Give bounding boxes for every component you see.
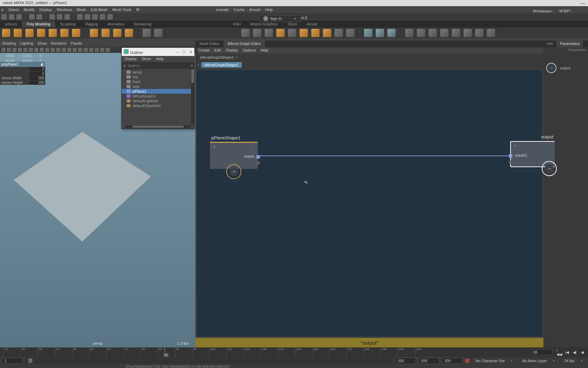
shelf-tab-active[interactable]: Poly Modeling xyxy=(22,21,55,27)
shelf-icon[interactable] xyxy=(364,29,372,37)
graph-menu-item[interactable]: Options xyxy=(243,48,256,53)
view-menu-item[interactable]: Renderer xyxy=(51,41,67,46)
open-scene-icon[interactable] xyxy=(9,14,14,20)
animlayer-dropdown[interactable]: No Anim Layer xyxy=(519,358,558,364)
vt-icon[interactable] xyxy=(40,48,44,52)
range-start-input[interactable] xyxy=(2,358,23,364)
menu-item[interactable]: M xyxy=(136,8,139,12)
shelf-icon[interactable] xyxy=(311,29,320,37)
snap-plane-icon[interactable] xyxy=(100,14,105,20)
current-frame-input[interactable] xyxy=(532,349,552,355)
outliner-item-persp[interactable]: persp xyxy=(122,70,194,74)
outliner-titlebar[interactable]: Outliner — ☐ ✕ xyxy=(122,48,194,56)
view-menu-item[interactable]: Panels xyxy=(71,41,82,46)
lasso-icon[interactable] xyxy=(57,14,62,20)
shelf-tab[interactable]: Arnold xyxy=(302,21,322,27)
outliner-menu-item[interactable]: Show xyxy=(142,57,151,61)
shelf-icon[interactable] xyxy=(452,29,460,37)
outliner-scrollbar-v[interactable] xyxy=(191,69,194,125)
snap-point-icon[interactable] xyxy=(92,14,98,20)
vt-icon[interactable] xyxy=(12,48,16,52)
node-output[interactable]: output ▼ mesh1 + → xyxy=(510,141,555,167)
shelf-icon[interactable] xyxy=(335,29,343,37)
channel-field[interactable] xyxy=(29,67,44,71)
menu-item[interactable]: Windows xyxy=(57,8,72,12)
svg-icon[interactable] xyxy=(125,29,133,37)
shelf-icon[interactable] xyxy=(346,29,355,37)
vt-icon[interactable] xyxy=(7,48,11,52)
playback-end-input[interactable] xyxy=(442,358,463,364)
go-start-icon[interactable]: |◀◀ xyxy=(556,349,563,355)
platonic-icon[interactable] xyxy=(90,29,98,37)
outliner-search-input[interactable] xyxy=(128,64,191,68)
info-tab[interactable]: Info xyxy=(543,41,556,47)
vt-icon[interactable] xyxy=(106,48,110,52)
menu-item[interactable]: Arnold xyxy=(249,8,260,12)
construction-plane-icon[interactable] xyxy=(143,29,151,37)
step-back-icon[interactable]: |◀ xyxy=(564,349,570,355)
outliner-item-front[interactable]: front xyxy=(122,79,194,84)
channel-toggle-icon[interactable]: ◐ xyxy=(41,62,44,66)
vt-icon[interactable] xyxy=(18,48,22,52)
anim-end-input[interactable] xyxy=(419,358,439,364)
vt-icon[interactable] xyxy=(84,48,88,52)
vt-icon[interactable] xyxy=(23,48,27,52)
view-menu-item[interactable]: Shading xyxy=(2,41,16,46)
poly-sphere-icon[interactable] xyxy=(2,29,10,37)
vt-icon[interactable] xyxy=(34,48,38,52)
menu-item[interactable]: Help xyxy=(265,8,273,12)
signin-button[interactable]: Sign In ▾ xyxy=(259,15,301,22)
channel-field[interactable] xyxy=(29,76,44,80)
shelf-icon[interactable] xyxy=(417,29,425,37)
shelf-icon[interactable] xyxy=(464,29,472,37)
select-icon[interactable] xyxy=(49,14,55,20)
outliner-menu-item[interactable]: Help xyxy=(156,57,164,61)
outliner-item-top[interactable]: top xyxy=(122,74,194,79)
vt-icon[interactable] xyxy=(29,48,33,52)
graph-menu-item[interactable]: Help xyxy=(261,48,268,53)
poly-cone-icon[interactable] xyxy=(37,29,45,37)
menu-item[interactable]: Mesh Tools xyxy=(112,8,131,12)
snap-grid-icon[interactable] xyxy=(77,14,83,20)
view-menu-item[interactable]: Show xyxy=(37,41,47,46)
minimize-window-icon[interactable]: — xyxy=(175,50,179,54)
save-scene-icon[interactable] xyxy=(16,14,22,20)
shelf-tab[interactable]: Rigging xyxy=(80,21,103,27)
menu-item[interactable]: Select xyxy=(8,8,19,12)
sweep-mesh-icon[interactable] xyxy=(154,29,163,37)
menu-item[interactable]: e xyxy=(1,8,3,12)
text-icon[interactable] xyxy=(113,29,121,37)
shelf-icon[interactable] xyxy=(387,29,396,37)
outliner-scrollbar-h[interactable] xyxy=(125,125,191,128)
shelf-icon[interactable] xyxy=(276,29,285,37)
outliner-item-objectset[interactable]: defaultObjectSet xyxy=(122,103,194,108)
workspace-dropdown[interactable]: M BIF* xyxy=(559,9,571,13)
range-end-input[interactable] xyxy=(395,358,416,364)
add-port-icon[interactable]: + xyxy=(509,160,512,164)
outliner-menu-item[interactable]: Display xyxy=(124,57,137,61)
editor-tab-node[interactable]: Node Editor xyxy=(195,41,224,47)
minimize-icon[interactable]: — xyxy=(580,1,585,5)
outliner-item-pplane1[interactable]: pPlane1 xyxy=(122,89,194,94)
outliner-item-lightset[interactable]: defaultLightSet xyxy=(122,99,194,103)
play-icon[interactable]: ◀ xyxy=(579,349,585,355)
graph-menu-item[interactable]: Create xyxy=(198,48,209,53)
vt-icon[interactable] xyxy=(45,48,49,52)
menu-item[interactable]: Mesh xyxy=(77,8,86,12)
maximize-window-icon[interactable]: ☐ xyxy=(182,50,186,54)
add-port-icon[interactable]: + xyxy=(256,161,260,165)
vt-icon[interactable] xyxy=(51,48,55,52)
parameters-tab[interactable]: Parameters xyxy=(556,41,583,47)
node-pplaneshape1[interactable]: pPlaneShape1 ▼ ⋮ mesh + → xyxy=(209,142,258,169)
shelf-icon[interactable] xyxy=(300,29,308,37)
menu-item[interactable]: enerate xyxy=(216,8,229,12)
menu-item[interactable]: Cache xyxy=(234,8,245,12)
channel-field[interactable] xyxy=(29,81,44,84)
editor-tab-bifrost[interactable]: Bifrost Graph Editor xyxy=(224,41,265,47)
close-window-icon[interactable]: ✕ xyxy=(189,50,192,54)
poly-disc-icon[interactable] xyxy=(72,29,80,37)
node-menu-icon[interactable]: ⋮ xyxy=(251,144,255,149)
shelf-icon[interactable] xyxy=(376,29,384,37)
shelf-icon[interactable] xyxy=(241,29,250,37)
shelf-icon[interactable] xyxy=(487,29,495,37)
